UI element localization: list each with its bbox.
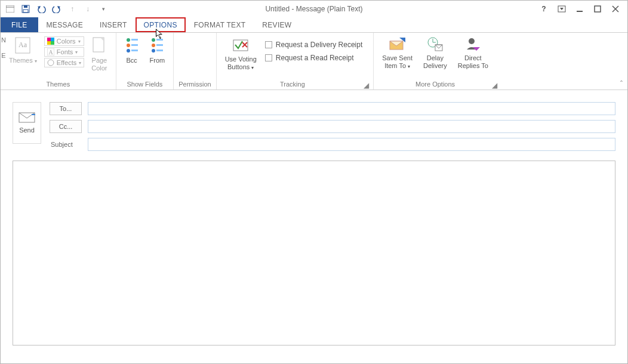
ribbon: Aa Themes ▾ Colors▾ AFonts▾ Effects▾ Pag…	[1, 33, 627, 90]
left-edge-pane: N E	[1, 33, 7, 363]
left-edge-char: N	[1, 36, 6, 44]
more-options-dialog-launcher-icon[interactable]: ◢	[492, 81, 499, 88]
svg-point-33	[152, 44, 155, 47]
svg-rect-35	[156, 39, 163, 41]
fonts-label: Fonts	[57, 48, 73, 55]
svg-rect-36	[156, 44, 163, 46]
direct-replies-to-button[interactable]: Direct Replies To	[454, 36, 492, 70]
svg-point-32	[152, 38, 155, 42]
svg-point-49	[469, 38, 475, 44]
svg-rect-4	[23, 10, 28, 13]
svg-rect-31	[131, 50, 138, 51]
read-receipt-checkbox[interactable]: Request a Read Receipt	[264, 52, 364, 64]
group-permission: Permission	[174, 33, 216, 90]
svg-text:Aa: Aa	[19, 41, 27, 49]
svg-rect-20	[51, 41, 54, 45]
svg-point-28	[127, 49, 130, 53]
app-icon[interactable]	[5, 4, 15, 14]
voting-buttons[interactable]: Use Voting Buttons ▾	[221, 36, 260, 72]
subject-input[interactable]	[88, 138, 615, 151]
help-icon[interactable]: ?	[539, 4, 549, 14]
tab-options[interactable]: OPTIONS	[136, 17, 186, 32]
tab-insert[interactable]: INSERT	[91, 17, 136, 32]
maximize-icon[interactable]	[593, 4, 602, 14]
svg-point-27	[127, 44, 130, 47]
qat-customize-icon[interactable]: ▾	[98, 4, 108, 14]
group-label-permission: Permission	[178, 79, 211, 88]
ribbon-display-options-icon[interactable]	[557, 4, 567, 14]
svg-point-26	[127, 38, 130, 42]
message-body[interactable]	[13, 161, 615, 346]
minimize-icon[interactable]	[575, 4, 584, 14]
svg-rect-18	[51, 38, 54, 41]
checkbox-icon	[265, 41, 272, 48]
window-title: Untitled - Message (Plain Text)	[265, 5, 362, 13]
svg-rect-30	[131, 44, 138, 46]
window-controls: ?	[539, 4, 627, 14]
group-label-tracking: Tracking	[280, 79, 305, 88]
redo-icon[interactable]	[52, 4, 61, 14]
close-icon[interactable]	[611, 4, 620, 14]
cc-input[interactable]	[88, 120, 615, 133]
delay-label: Delay Delivery	[423, 54, 447, 70]
themes-label: Themes	[9, 57, 33, 64]
svg-rect-24	[93, 38, 104, 52]
group-label-more-options: More Options	[415, 79, 455, 88]
delay-icon	[427, 36, 444, 52]
from-icon	[150, 36, 164, 54]
bcc-label: Bcc	[126, 57, 137, 64]
group-label-show-fields: Show Fields	[127, 79, 162, 88]
undo-icon[interactable]	[36, 4, 46, 14]
group-themes: Aa Themes ▾ Colors▾ AFonts▾ Effects▾ Pag…	[1, 33, 116, 90]
group-show-fields: Bcc From Show Fields	[116, 33, 174, 90]
tab-message[interactable]: MESSAGE	[38, 17, 91, 32]
from-button[interactable]: From	[146, 36, 169, 64]
effects-button: Effects▾	[44, 58, 84, 67]
bcc-icon	[125, 36, 139, 54]
delay-delivery-button[interactable]: Delay Delivery	[420, 36, 451, 70]
svg-rect-29	[131, 39, 138, 41]
direct-replies-icon	[464, 36, 481, 52]
to-button[interactable]: To...	[50, 102, 82, 115]
svg-point-34	[152, 49, 155, 53]
save-sent-icon	[389, 36, 407, 52]
delivery-receipt-checkbox[interactable]: Request a Delivery Receipt	[264, 39, 364, 51]
send-button[interactable]: Send	[13, 102, 41, 144]
left-edge-char: E	[1, 52, 5, 59]
fonts-button: AFonts▾	[44, 47, 84, 57]
cc-button[interactable]: Cc...	[50, 120, 82, 133]
themes-icon: Aa	[14, 36, 31, 54]
group-label-themes: Themes	[46, 79, 70, 88]
tab-file[interactable]: FILE	[1, 17, 38, 32]
colors-button: Colors▾	[44, 36, 84, 46]
tab-review[interactable]: REVIEW	[254, 17, 300, 32]
svg-marker-8	[560, 8, 564, 10]
read-receipt-label: Request a Read Receipt	[276, 54, 354, 62]
bcc-button[interactable]: Bcc	[121, 36, 143, 64]
send-label: Send	[19, 127, 35, 134]
save-icon[interactable]	[21, 4, 30, 14]
svg-rect-0	[6, 5, 14, 13]
tracking-dialog-launcher-icon[interactable]: ◢	[364, 81, 371, 88]
previous-item-icon: ↑	[67, 4, 77, 14]
themes-button: Aa Themes ▾	[5, 36, 41, 65]
checkbox-icon	[265, 54, 272, 61]
envelope-icon	[19, 112, 35, 123]
save-sent-item-to-button[interactable]: Save Sent Item To ▾	[378, 36, 416, 70]
svg-rect-10	[595, 6, 601, 12]
svg-rect-19	[47, 41, 51, 45]
group-more-options: Save Sent Item To ▾ Delay Delivery Direc…	[374, 33, 501, 90]
svg-rect-17	[47, 38, 51, 41]
colors-label: Colors	[57, 38, 76, 45]
from-label: From	[150, 57, 165, 64]
compose-header: Send To... Cc... Subject	[1, 90, 627, 157]
delivery-receipt-label: Request a Delivery Receipt	[276, 41, 362, 49]
page-color-icon	[92, 36, 106, 54]
tab-format-text[interactable]: FORMAT TEXT	[186, 17, 254, 32]
group-tracking: Use Voting Buttons ▾ Request a Delivery …	[217, 33, 374, 90]
collapse-ribbon-icon[interactable]: ˆ	[620, 80, 623, 88]
svg-rect-3	[24, 5, 27, 8]
page-color-button: Page Color	[88, 36, 110, 72]
quick-access-toolbar: ↑ ↓ ▾	[1, 4, 108, 14]
to-input[interactable]	[88, 102, 615, 115]
